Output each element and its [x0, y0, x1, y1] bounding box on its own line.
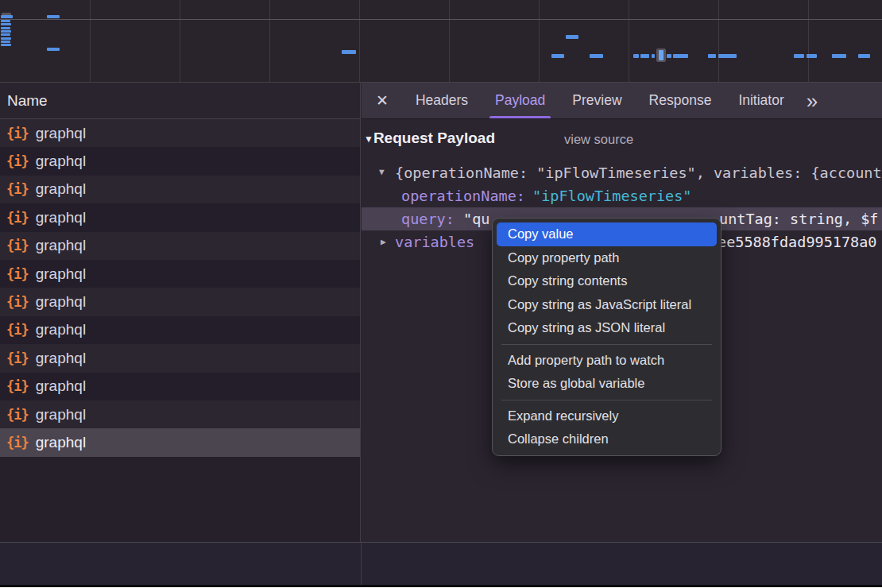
payload-row-operation-name[interactable]: operationName: "ipFlowTimeseries" — [362, 186, 882, 207]
timeline-gridline — [359, 0, 360, 82]
property-value-end: ee5588fdad995178a0 — [718, 231, 876, 253]
timeline-gridline — [180, 0, 180, 82]
timeline-request-bar — [858, 54, 870, 58]
network-request-row[interactable]: {i}graphql — [0, 203, 360, 231]
timeline-request-bar — [832, 54, 846, 58]
timeline-request-bar — [652, 54, 655, 58]
timeline-request-bar — [342, 50, 356, 54]
menu-item-copy-string-contents[interactable]: Copy string contents — [497, 269, 717, 293]
network-request-row[interactable]: {i}graphql — [0, 147, 360, 175]
timeline-request-bar — [640, 54, 649, 58]
timeline-request-bar — [708, 54, 716, 58]
json-braces-icon: {i} — [6, 322, 29, 338]
timeline-request-bar — [551, 54, 564, 58]
tab-initiator[interactable]: Initiator — [738, 83, 783, 118]
timeline-gridline — [449, 0, 450, 82]
payload-root-row[interactable]: ▼ {operationName: "ipFlowTimeseries", va… — [362, 163, 882, 184]
name-column-header[interactable]: Name — [0, 83, 360, 119]
expand-triangle-icon[interactable]: ▶ — [381, 231, 386, 252]
menu-item-store-as-global-variable[interactable]: Store as global variable — [497, 372, 717, 396]
timeline-lane-divider — [0, 19, 882, 20]
request-name-label: graphql — [36, 293, 86, 311]
network-request-row[interactable]: {i}graphql — [0, 119, 360, 147]
devtools-window: Name {i}graphql{i}graphql{i}graphql{i}gr… — [0, 0, 882, 588]
request-name-label: graphql — [36, 377, 86, 395]
json-braces-icon: {i} — [6, 153, 29, 169]
timeline-request-bar — [807, 54, 817, 58]
section-collapse-triangle-icon[interactable]: ▼ — [364, 133, 373, 145]
tab-preview[interactable]: Preview — [572, 83, 621, 118]
view-source-link[interactable]: view source — [564, 132, 633, 147]
request-payload-section[interactable]: ▼Request Payload — [364, 130, 495, 147]
json-braces-icon: {i} — [6, 350, 29, 366]
section-title: Request Payload — [373, 130, 495, 146]
property-value: "ipFlowTimeseries" — [532, 186, 691, 207]
json-braces-icon: {i} — [6, 407, 29, 423]
request-name-label: graphql — [36, 125, 86, 142]
network-request-row[interactable]: {i}graphql — [0, 316, 360, 344]
menu-item-copy-string-as-javascript-literal[interactable]: Copy string as JavaScript literal — [497, 293, 717, 317]
timeline-gridline — [629, 0, 629, 82]
network-request-row[interactable]: {i}graphql — [0, 260, 360, 288]
menu-item-expand-recursively[interactable]: Expand recursively — [497, 404, 717, 428]
property-value-start: "qu — [463, 207, 489, 230]
tab-payload[interactable]: Payload — [495, 83, 545, 118]
timeline-request-bar — [1, 44, 11, 46]
request-name-label: graphql — [36, 350, 86, 367]
network-request-row[interactable]: {i}graphql — [0, 344, 360, 372]
json-braces-icon: {i} — [6, 435, 29, 451]
timeline-request-bar — [1, 37, 11, 40]
timeline-request-bar — [1, 20, 10, 22]
network-request-row-selected[interactable]: {i}graphql — [0, 428, 360, 456]
menu-item-copy-value[interactable]: Copy value — [497, 222, 717, 246]
menu-item-copy-property-path[interactable]: Copy property path — [497, 246, 717, 270]
menu-separator — [501, 344, 712, 345]
network-request-row[interactable]: {i}graphql — [0, 373, 360, 400]
timeline-request-bar — [47, 48, 60, 51]
menu-separator — [501, 400, 712, 400]
timeline-gridline — [808, 0, 809, 82]
menu-item-add-property-path-to-watch[interactable]: Add property path to watch — [497, 349, 717, 373]
property-key: query: — [401, 207, 455, 230]
json-braces-icon: {i} — [6, 238, 29, 253]
request-name-label: graphql — [36, 321, 86, 338]
close-icon[interactable]: ✕ — [376, 91, 389, 110]
timeline-request-bar — [47, 15, 60, 18]
json-braces-icon: {i} — [6, 181, 29, 197]
network-request-list: Name {i}graphql{i}graphql{i}graphql{i}gr… — [0, 83, 361, 542]
timeline-gridline — [718, 0, 719, 82]
expand-triangle-icon[interactable]: ▼ — [379, 163, 385, 183]
menu-item-collapse-children[interactable]: Collapse children — [497, 427, 717, 451]
timeline-gridline — [90, 0, 91, 82]
request-rows-container: {i}graphql{i}graphql{i}graphql{i}graphql… — [0, 119, 360, 457]
timeline-request-bar — [590, 54, 603, 58]
more-tabs-chevron-icon[interactable]: » — [807, 93, 818, 109]
json-braces-icon: {i} — [6, 294, 29, 310]
timeline-request-bar — [1, 41, 10, 43]
details-tabbar: ✕ HeadersPayloadPreviewResponseInitiator… — [362, 83, 882, 119]
network-request-row[interactable]: {i}graphql — [0, 176, 360, 203]
tab-response[interactable]: Response — [649, 83, 712, 118]
request-name-label: graphql — [36, 180, 86, 198]
tab-headers[interactable]: Headers — [416, 83, 468, 118]
timeline-gridline — [269, 0, 270, 82]
network-request-row[interactable]: {i}graphql — [0, 232, 360, 260]
payload-object-preview: {operationName: "ipFlowTimeseries", vari… — [395, 163, 882, 184]
property-key: variables — [395, 231, 474, 253]
timeline-request-bar — [718, 54, 737, 58]
menu-item-copy-string-as-json-literal[interactable]: Copy string as JSON literal — [497, 316, 717, 340]
network-request-row[interactable]: {i}graphql — [0, 288, 360, 315]
timeline-gridline — [539, 0, 540, 82]
network-request-row[interactable]: {i}graphql — [0, 400, 360, 428]
request-name-label: graphql — [36, 265, 86, 283]
request-name-label: graphql — [36, 237, 86, 254]
context-menu: Copy valueCopy property pathCopy string … — [492, 218, 721, 456]
property-key: operationName: — [401, 186, 525, 207]
timeline-request-bar — [1, 33, 10, 36]
timeline-request-bar — [566, 35, 578, 39]
timeline-request-bar — [667, 54, 671, 58]
json-braces-icon: {i} — [6, 126, 29, 141]
request-name-label: graphql — [36, 153, 86, 170]
request-name-label: graphql — [36, 209, 86, 226]
network-overview-timeline[interactable] — [0, 0, 882, 83]
